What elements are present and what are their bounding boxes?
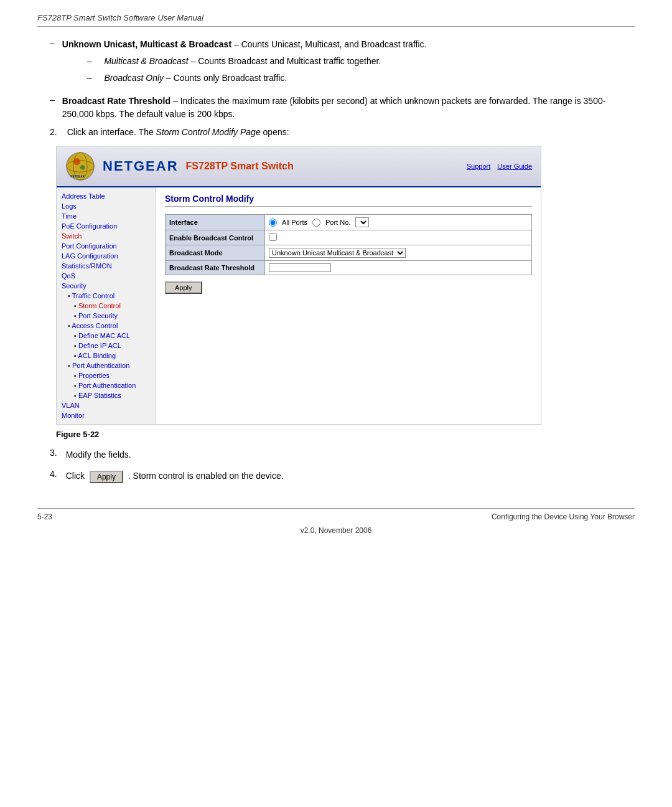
sidebar-item-traffic-control[interactable]: Traffic Control xyxy=(57,291,156,301)
broadcast-threshold-label: Broadcast Rate Threshold xyxy=(166,261,265,275)
sidebar-item-poe-config[interactable]: PoE Configuration xyxy=(57,221,156,231)
interface-label: Interface xyxy=(166,215,265,230)
netgear-globe-icon: NETGEAR xyxy=(65,151,95,181)
footer-right: Configuring the Device Using Your Browse… xyxy=(492,512,635,521)
sidebar-item-logs[interactable]: Logs xyxy=(57,201,156,211)
bullet-text-2: Broadcast Rate Threshold – Indicates the… xyxy=(62,95,635,121)
term-unicast: Unknown Unicast, Multicast & Broadcast xyxy=(62,39,231,49)
footer-left: 5-23 xyxy=(37,512,52,521)
term-threshold: Broadcast Rate Threshold xyxy=(62,96,170,106)
port-no-label: Port No. xyxy=(325,219,350,226)
sidebar-item-port-security[interactable]: Port Security xyxy=(57,311,156,321)
port-no-radio[interactable] xyxy=(312,219,320,227)
sub-bullet-multicast: – Multicast & Broadcast – Counts Broadca… xyxy=(87,55,635,68)
screenshot-box: NETGEAR NETGEAR FS728TP Smart Switch Sup… xyxy=(56,146,541,425)
sidebar-item-monitor[interactable]: Monitor xyxy=(57,410,156,420)
broadcast-threshold-row: Broadcast Rate Threshold xyxy=(166,261,532,275)
sidebar-item-port-auth[interactable]: Port Authentication xyxy=(57,361,156,370)
apply-inline-button[interactable]: Apply xyxy=(90,471,123,483)
broadcast-control-value xyxy=(265,230,532,245)
sidebar-item-time[interactable]: Time xyxy=(57,211,156,221)
sidebar-item-qos[interactable]: QoS xyxy=(57,271,156,281)
step-3-text: Modify the fields. xyxy=(66,448,131,461)
broadcast-control-checkbox[interactable] xyxy=(269,233,277,241)
svg-text:NETGEAR: NETGEAR xyxy=(70,175,85,178)
screenshot-body: Address Table Logs Time PoE Configuratio… xyxy=(57,187,541,424)
sidebar-item-eap-statistics[interactable]: EAP Statistics xyxy=(57,390,156,400)
interface-radio-group: All Ports Port No. xyxy=(269,217,528,227)
all-ports-label: All Ports xyxy=(282,219,307,226)
footer-center: v2.0, November 2006 xyxy=(37,526,635,535)
step-4-item: 4. Click Apply . Storm control is enable… xyxy=(37,469,635,483)
sidebar-wrapper: Address Table Logs Time PoE Configuratio… xyxy=(57,187,156,424)
step-4-number: 4. xyxy=(50,469,57,483)
sidebar-item-address-table[interactable]: Address Table xyxy=(57,191,156,201)
form-table: Interface All Ports Port No. xyxy=(165,214,532,275)
interface-row: Interface All Ports Port No. xyxy=(166,215,532,230)
sub-dash-1: – xyxy=(87,55,92,68)
sidebar-item-define-ip-acl[interactable]: Define IP ACL xyxy=(57,341,156,351)
footer-version: v2.0, November 2006 xyxy=(301,526,372,535)
broadcast-mode-row: Broadcast Mode Unknown Unicast Multicast… xyxy=(166,245,532,261)
netgear-links: Support User Guide xyxy=(462,163,532,170)
step-4-text: Click Apply . Storm control is enabled o… xyxy=(66,469,284,483)
bullet-item-1: – Unknown Unicast, Multicast & Broadcast… xyxy=(37,38,635,88)
sidebar-item-acl-binding[interactable]: ACL Binding xyxy=(57,351,156,361)
text-multicast: – Counts Broadcast and Multicast traffic… xyxy=(191,56,381,66)
user-guide-link[interactable]: User Guide xyxy=(497,163,532,170)
broadcast-mode-select[interactable]: Unknown Unicast Multicast & Broadcast xyxy=(269,248,406,258)
netgear-switch-name: FS728TP Smart Switch xyxy=(186,161,294,172)
step-2-number: 2. xyxy=(50,127,57,137)
apply-button[interactable]: Apply xyxy=(165,281,202,294)
step-3-number: 3. xyxy=(50,448,57,461)
dash-2: – xyxy=(50,95,55,121)
sidebar-item-properties[interactable]: Properties xyxy=(57,370,156,380)
sub-text-multicast: Multicast & Broadcast – Counts Broadcast… xyxy=(100,55,381,68)
sidebar-item-switch[interactable]: Switch xyxy=(57,231,156,241)
step-2-text: Click an interface. The Storm Control Mo… xyxy=(67,127,289,137)
footer-bar: 5-23 Configuring the Device Using Your B… xyxy=(37,508,635,521)
sidebar-item-port-auth-sub[interactable]: Port Authentication xyxy=(57,380,156,390)
figure-caption: Figure 5-22 xyxy=(56,430,635,439)
sidebar: Address Table Logs Time PoE Configuratio… xyxy=(57,187,156,424)
broadcast-threshold-value xyxy=(265,261,532,275)
svg-point-4 xyxy=(80,165,85,169)
netgear-header: NETGEAR NETGEAR FS728TP Smart Switch Sup… xyxy=(57,146,541,187)
sidebar-item-access-control[interactable]: Access Control xyxy=(57,321,156,331)
sidebar-item-port-config[interactable]: Port Configuration xyxy=(57,241,156,251)
bullet-item-2: – Broadcast Rate Threshold – Indicates t… xyxy=(37,95,635,121)
sub-text-broadcast: Broadcast Only – Counts only Broadcast t… xyxy=(100,72,287,85)
storm-control-modify-page-name: Storm Control Modify Page xyxy=(156,127,261,137)
sidebar-item-define-mac-acl[interactable]: Define MAC ACL xyxy=(57,331,156,341)
broadcast-control-row: Enable Broadcast Control xyxy=(166,230,532,245)
dash-1: – xyxy=(50,38,55,88)
sidebar-item-storm-control[interactable]: Storm Control xyxy=(57,301,156,311)
main-content-area: Storm Control Modify Interface All Ports… xyxy=(156,187,541,424)
manual-title: FS728TP Smart Switch Software User Manua… xyxy=(37,13,203,22)
bullet-text-1: Unknown Unicast, Multicast & Broadcast –… xyxy=(62,38,635,88)
text-broadcast-only: – Counts only Broadcast traffic. xyxy=(166,73,287,83)
port-no-select[interactable] xyxy=(355,217,369,227)
sub-dash-2: – xyxy=(87,72,92,85)
sidebar-item-statistics[interactable]: Statistics/RMON xyxy=(57,261,156,271)
term-multicast: Multicast & Broadcast xyxy=(104,56,188,66)
sidebar-item-security[interactable]: Security xyxy=(57,281,156,291)
step-4-end: . Storm control is enabled on the device… xyxy=(128,471,284,481)
broadcast-mode-value: Unknown Unicast Multicast & Broadcast xyxy=(265,245,532,261)
page-header: FS728TP Smart Switch Software User Manua… xyxy=(37,12,635,27)
support-link[interactable]: Support xyxy=(467,163,491,170)
text-unicast: – Counts Unicast, Multicast, and Broadca… xyxy=(234,39,426,49)
all-ports-radio[interactable] xyxy=(269,219,277,227)
sidebar-item-lag-config[interactable]: LAG Configuration xyxy=(57,251,156,261)
netgear-logo-text: NETGEAR xyxy=(103,158,179,174)
svg-point-3 xyxy=(73,158,80,165)
broadcast-threshold-input[interactable] xyxy=(269,263,331,272)
step-4-click: Click xyxy=(66,471,85,481)
storm-control-modify-title: Storm Control Modify xyxy=(165,194,532,207)
term-broadcast-only: Broadcast Only xyxy=(104,73,164,83)
broadcast-control-label: Enable Broadcast Control xyxy=(166,230,265,245)
sidebar-item-vlan[interactable]: VLAN xyxy=(57,400,156,410)
interface-value: All Ports Port No. xyxy=(265,215,532,230)
step-3-item: 3. Modify the fields. xyxy=(37,448,635,461)
sub-bullet-broadcast: – Broadcast Only – Counts only Broadcast… xyxy=(87,72,635,85)
